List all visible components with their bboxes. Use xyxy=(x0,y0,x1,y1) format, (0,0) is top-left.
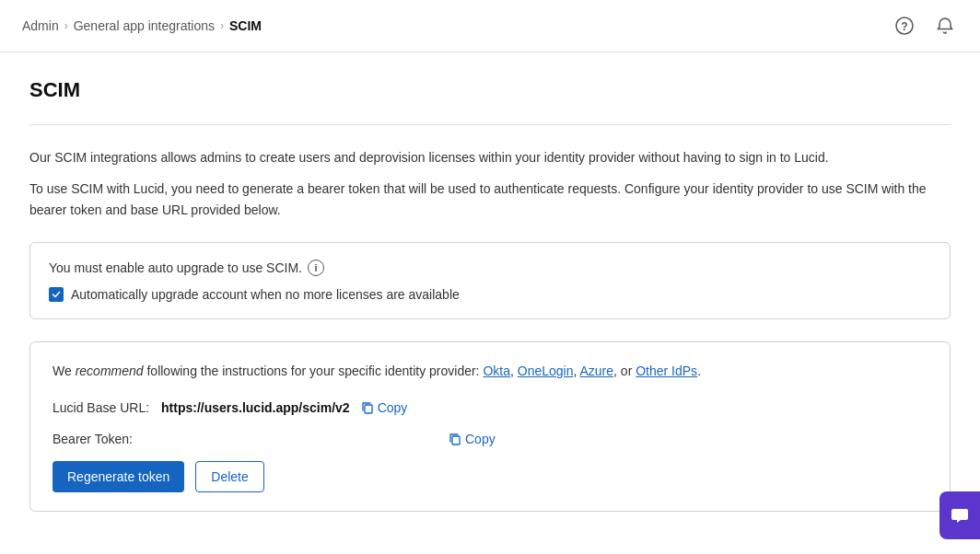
recommend-italic: recommend xyxy=(76,364,144,378)
checkmark-icon xyxy=(52,290,61,299)
breadcrumb-admin[interactable]: Admin xyxy=(22,18,59,33)
bearer-token-row: Bearer Token: Copy xyxy=(52,430,928,448)
svg-rect-2 xyxy=(365,405,372,413)
other-idps-link[interactable]: Other IdPs xyxy=(636,364,697,378)
comma-2: , xyxy=(573,364,579,378)
auto-upgrade-title-text: You must enable auto upgrade to use SCIM… xyxy=(49,260,302,275)
provider-description: We recommend following the instructions … xyxy=(52,361,928,381)
svg-rect-3 xyxy=(452,436,460,444)
breadcrumb-general-app-integrations[interactable]: General app integrations xyxy=(74,18,215,33)
copy-bearer-token-icon xyxy=(449,433,461,445)
delete-button[interactable]: Delete xyxy=(195,461,263,492)
auto-upgrade-box: You must enable auto upgrade to use SCIM… xyxy=(29,242,951,319)
copy-bearer-token-label: Copy xyxy=(465,432,496,446)
regenerate-token-button[interactable]: Regenerate token xyxy=(52,461,184,492)
base-url-label: Lucid Base URL: xyxy=(52,400,154,415)
page-title: SCIM xyxy=(29,78,951,102)
auto-upgrade-title-row: You must enable auto upgrade to use SCIM… xyxy=(49,260,931,276)
header-icons: ? xyxy=(892,13,958,39)
action-row: Regenerate token Delete xyxy=(52,461,928,492)
chat-bubble[interactable] xyxy=(939,491,980,539)
base-url-row: Lucid Base URL: https://users.lucid.app/… xyxy=(52,398,928,417)
bearer-token-label: Bearer Token: xyxy=(52,432,154,446)
copy-base-url-label: Copy xyxy=(378,400,408,415)
breadcrumb: Admin › General app integrations › SCIM xyxy=(22,18,262,33)
header: Admin › General app integrations › SCIM … xyxy=(0,0,980,52)
provider-box: We recommend following the instructions … xyxy=(29,341,951,511)
onelogin-link[interactable]: OneLogin xyxy=(518,364,574,378)
okta-link[interactable]: Okta xyxy=(483,364,510,378)
period: . xyxy=(697,364,701,378)
help-icon: ? xyxy=(895,17,914,35)
auto-upgrade-info-icon[interactable]: i xyxy=(308,260,324,276)
breadcrumb-chevron-2: › xyxy=(220,19,224,32)
notifications-button[interactable] xyxy=(932,13,958,39)
recommend-suffix: following the instructions for your spec… xyxy=(144,364,484,378)
chat-icon xyxy=(950,505,970,525)
description-2: To use SCIM with Lucid, you need to gene… xyxy=(29,179,951,220)
section-divider xyxy=(29,124,951,125)
copy-bearer-token-button[interactable]: Copy xyxy=(445,430,499,448)
auto-upgrade-checkbox[interactable] xyxy=(49,287,64,302)
azure-link[interactable]: Azure xyxy=(580,364,614,378)
main-content: SCIM Our SCIM integrations allows admins… xyxy=(0,52,980,537)
auto-upgrade-checkbox-label: Automatically upgrade account when no mo… xyxy=(71,287,460,302)
recommend-prefix: We xyxy=(52,364,76,378)
auto-upgrade-checkbox-row: Automatically upgrade account when no mo… xyxy=(49,287,931,302)
copy-base-url-button[interactable]: Copy xyxy=(357,398,412,417)
help-button[interactable]: ? xyxy=(892,13,917,39)
or-text: , or xyxy=(613,364,636,378)
base-url-value: https://users.lucid.app/scim/v2 xyxy=(161,400,350,415)
copy-base-url-icon xyxy=(361,401,374,414)
breadcrumb-chevron-1: › xyxy=(64,19,68,32)
description-1: Our SCIM integrations allows admins to c… xyxy=(29,147,951,167)
svg-text:?: ? xyxy=(901,20,907,33)
comma-1: , xyxy=(510,364,518,378)
breadcrumb-current: SCIM xyxy=(229,18,262,33)
bell-icon xyxy=(936,17,954,35)
